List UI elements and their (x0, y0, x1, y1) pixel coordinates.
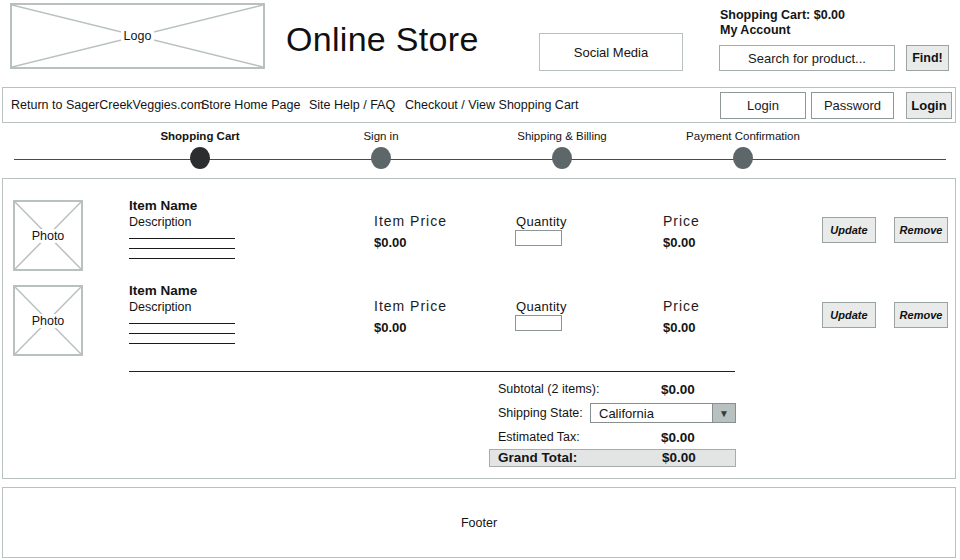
step-label: Sign in (296, 130, 466, 142)
item-description: Description (129, 215, 192, 229)
quantity-input[interactable] (515, 230, 562, 246)
logo-label: Logo (12, 5, 263, 67)
login-button[interactable]: Login (906, 92, 952, 119)
remove-button[interactable]: Remove (894, 217, 948, 243)
item-photo-placeholder: Photo (13, 285, 83, 356)
description-line (129, 333, 235, 334)
nav-link-checkout[interactable]: Checkout / View Shopping Cart (405, 88, 578, 122)
login-username-input[interactable] (720, 92, 806, 119)
step-label: Shopping Cart (115, 130, 285, 142)
step-label: Shipping & Billing (477, 130, 647, 142)
nav-link-store-home[interactable]: Store Home Page (201, 88, 300, 122)
grand-total-label: Grand Total: (498, 450, 577, 465)
remove-button[interactable]: Remove (894, 302, 948, 328)
grand-total-bar: Grand Total: $0.00 (489, 449, 736, 467)
step-dot-icon (733, 147, 753, 169)
step-label: Payment Confirmation (658, 130, 828, 142)
dropdown-arrow-icon[interactable]: ▼ (712, 404, 735, 422)
price-label: Price (663, 213, 700, 229)
description-line (129, 248, 235, 249)
update-button[interactable]: Update (822, 217, 876, 243)
subtotal-value: $0.00 (661, 382, 695, 397)
search-input[interactable] (719, 45, 895, 71)
step-sign-in[interactable]: Sign in (296, 130, 466, 169)
update-button[interactable]: Update (822, 302, 876, 328)
step-dot-icon (371, 147, 391, 169)
item-price-label: Item Price (374, 298, 447, 314)
step-dot-icon (552, 147, 572, 169)
navbar: Return to SagerCreekVeggies.com Store Ho… (2, 87, 956, 123)
cart-status-link[interactable]: Shopping Cart: $0.00 (720, 8, 845, 23)
quantity-label: Quantity (516, 299, 567, 314)
step-shopping-cart[interactable]: Shopping Cart (115, 130, 285, 169)
nav-link-site-help[interactable]: Site Help / FAQ (309, 88, 395, 122)
estimated-tax-label: Estimated Tax: (498, 430, 580, 444)
item-price-value: $0.00 (374, 235, 407, 250)
estimated-tax-value: $0.00 (661, 430, 695, 445)
shipping-state-dropdown[interactable]: California ▼ (590, 403, 736, 423)
footer: Footer (2, 487, 956, 558)
description-line (129, 238, 235, 239)
checkout-progress: Shopping Cart Sign in Shipping & Billing… (0, 130, 960, 176)
description-line (129, 258, 235, 259)
item-price-value: $0.00 (374, 320, 407, 335)
cart-item-row: Photo Item Name Description Item Price $… (3, 198, 955, 283)
quantity-input[interactable] (515, 315, 562, 331)
nav-link-return-home[interactable]: Return to SagerCreekVeggies.com (11, 88, 204, 122)
social-media-label: Social Media (574, 45, 648, 60)
grand-total-value: $0.00 (662, 450, 696, 465)
footer-label: Footer (461, 516, 497, 530)
price-value: $0.00 (663, 235, 696, 250)
item-name: Item Name (129, 198, 197, 213)
photo-label: Photo (15, 287, 81, 354)
item-name: Item Name (129, 283, 197, 298)
cart-panel: Photo Item Name Description Item Price $… (2, 178, 956, 479)
description-line (129, 323, 235, 324)
my-account-link[interactable]: My Account (720, 23, 790, 38)
subtotal-label: Subtotal (2 items): (498, 382, 599, 396)
cart-item-row: Photo Item Name Description Item Price $… (3, 283, 955, 368)
item-price-label: Item Price (374, 213, 447, 229)
login-password-input[interactable] (811, 92, 894, 119)
shipping-state-label: Shipping State: (498, 406, 583, 420)
page-title: Online Store (286, 20, 479, 59)
price-value: $0.00 (663, 320, 696, 335)
step-shipping-billing[interactable]: Shipping & Billing (477, 130, 647, 169)
description-line (129, 343, 235, 344)
shipping-state-value: California (591, 404, 712, 422)
photo-label: Photo (15, 202, 81, 269)
item-description: Description (129, 300, 192, 314)
online-store-page: Logo Online Store Social Media Shopping … (0, 0, 960, 560)
find-button[interactable]: Find! (906, 45, 949, 71)
item-photo-placeholder: Photo (13, 200, 83, 271)
step-dot-icon (190, 147, 210, 169)
summary-divider (129, 371, 735, 372)
step-payment-confirmation[interactable]: Payment Confirmation (658, 130, 828, 169)
quantity-label: Quantity (516, 214, 567, 229)
price-label: Price (663, 298, 700, 314)
logo-placeholder: Logo (10, 3, 265, 69)
social-media-box[interactable]: Social Media (539, 33, 683, 71)
